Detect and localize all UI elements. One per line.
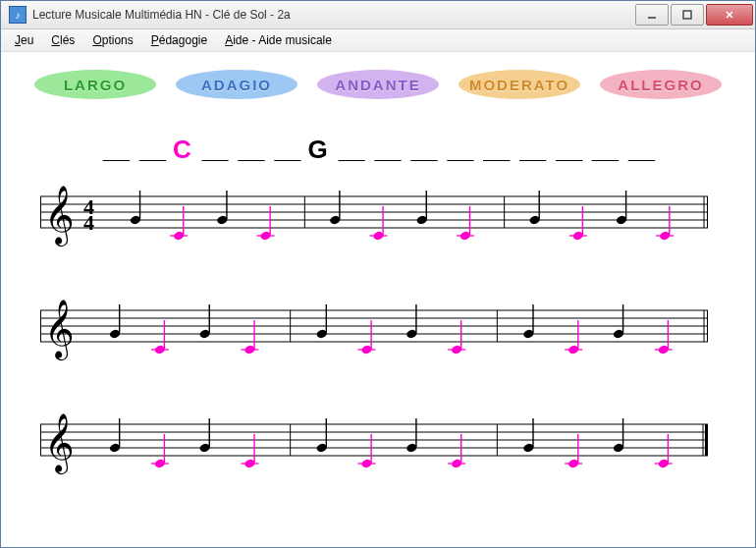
score-area: 𝄞44𝄞𝄞 [5, 183, 751, 497]
answer-slot: __ [134, 135, 170, 165]
timesig-denominator: 4 [83, 210, 94, 235]
menu-aide-aide-musicale[interactable]: Aide - Aide musicale [217, 31, 340, 49]
answer-slot: __ [196, 135, 233, 165]
treble-clef-icon: 𝄞 [44, 413, 75, 475]
app-icon: ♪ [9, 6, 27, 24]
answer-row: ____C______G__________________ [5, 107, 751, 183]
staff: 𝄞 [40, 297, 716, 383]
title-bar[interactable]: ♪ Lecture Musicale Multimédia HN - Clé d… [1, 1, 755, 29]
answer-slot: __ [513, 135, 550, 165]
answer-slot: __ [333, 135, 369, 165]
answer-slot: G [304, 135, 332, 165]
answer-slot: C [170, 135, 196, 165]
menu-jeu[interactable]: Jeu [7, 31, 41, 49]
staff: 𝄞44 [40, 183, 716, 269]
tempo-allegro[interactable]: ALLEGRO [600, 70, 722, 99]
app-window: ♪ Lecture Musicale Multimédia HN - Clé d… [0, 0, 756, 548]
menu-bar: JeuClésOptionsPédagogieAide - Aide music… [1, 29, 755, 52]
answer-slot: __ [586, 135, 622, 165]
tempo-row: LARGOADAGIOANDANTEMODERATOALLEGRO [5, 56, 751, 107]
answer-slot: __ [441, 135, 477, 165]
menu-options[interactable]: Options [84, 31, 140, 49]
answer-slot: __ [233, 135, 269, 165]
content-area: LARGOADAGIOANDANTEMODERATOALLEGRO ____C_… [5, 56, 751, 543]
svg-rect-1 [683, 11, 691, 19]
menu-cl-s[interactable]: Clés [43, 31, 82, 49]
tempo-adagio[interactable]: ADAGIO [176, 70, 297, 99]
window-title: Lecture Musicale Multimédia HN - Clé de … [32, 8, 633, 22]
answer-slot: __ [550, 135, 586, 165]
treble-clef-icon: 𝄞 [44, 300, 75, 361]
answer-slot: __ [369, 135, 405, 165]
tempo-largo[interactable]: LARGO [34, 70, 156, 99]
menu-p-dagogie[interactable]: Pédagogie [143, 31, 215, 49]
minimize-button[interactable] [635, 4, 669, 26]
tempo-moderato[interactable]: MODERATO [459, 70, 580, 99]
svg-rect-87 [705, 424, 708, 456]
answer-slot: __ [97, 135, 134, 165]
answer-slot: __ [622, 135, 659, 165]
tempo-andante[interactable]: ANDANTE [317, 70, 439, 99]
answer-slot: __ [477, 135, 513, 165]
treble-clef-icon: 𝄞 [44, 186, 75, 247]
answer-slot: __ [405, 135, 442, 165]
staff: 𝄞 [40, 411, 716, 497]
answer-slot: __ [269, 135, 305, 165]
maximize-button[interactable] [671, 4, 704, 26]
close-button[interactable] [706, 4, 753, 26]
